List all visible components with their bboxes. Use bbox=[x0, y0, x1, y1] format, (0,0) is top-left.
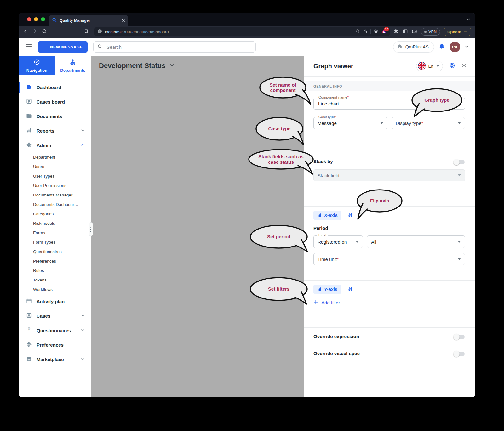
override-expression-toggle[interactable] bbox=[454, 335, 465, 339]
update-button[interactable]: Update bbox=[444, 28, 471, 36]
brave-shield-icon[interactable] bbox=[374, 29, 378, 35]
field-value: Registered on bbox=[318, 239, 347, 245]
tab-search-chevron-icon[interactable] bbox=[466, 17, 471, 23]
site-info-icon[interactable] bbox=[97, 29, 102, 35]
sidebar-subitem-user-permissions[interactable]: User Permissions bbox=[19, 181, 91, 190]
case-type-select[interactable]: Case type* Message bbox=[313, 117, 387, 129]
sidebar-subitem-riskmodels[interactable]: Riskmodels bbox=[19, 218, 91, 228]
settings-gear-icon[interactable] bbox=[449, 62, 455, 70]
sidebar-tab-navigation[interactable]: Navigation bbox=[19, 56, 55, 75]
maximize-window-button[interactable] bbox=[41, 17, 45, 21]
stack-field-select[interactable]: Stack field bbox=[313, 169, 465, 181]
zoom-search-icon[interactable] bbox=[355, 29, 360, 35]
global-search[interactable] bbox=[93, 41, 256, 53]
display-type-select[interactable]: Display type* bbox=[392, 117, 465, 129]
sidebar-toggle-icon[interactable] bbox=[403, 29, 408, 35]
new-message-button[interactable]: NEW MESSAGE bbox=[38, 41, 88, 53]
annotation-set-name-of-component: Set name of component bbox=[258, 77, 314, 105]
sidebar-item-admin[interactable]: Admin bbox=[19, 138, 91, 152]
extensions-puzzle-icon[interactable] bbox=[393, 29, 399, 35]
dropdown-arrow-icon bbox=[380, 122, 383, 124]
account-chevron-icon[interactable] bbox=[465, 44, 469, 50]
panel-title: Graph viewer bbox=[313, 63, 410, 70]
language-label: En bbox=[428, 64, 433, 69]
reload-icon[interactable] bbox=[42, 29, 47, 35]
override-visual-spec-toggle[interactable] bbox=[454, 352, 465, 356]
sidebar: Navigation Departments Dashboard Cases b… bbox=[19, 56, 91, 397]
chevron-up-icon bbox=[81, 143, 85, 148]
share-icon[interactable] bbox=[363, 29, 368, 35]
hamburger-menu-icon[interactable] bbox=[25, 43, 32, 51]
browser-window: Quality Manager localhost:3000/module/da… bbox=[19, 13, 475, 397]
cases-box-icon bbox=[26, 312, 32, 320]
annotation-set-filters: Set filters bbox=[248, 276, 311, 305]
sidebar-item-preferences[interactable]: Preferences bbox=[19, 337, 91, 352]
sidebar-resize-handle[interactable] bbox=[89, 222, 93, 236]
sidebar-subitem-documents-manager[interactable]: Documents Manager bbox=[19, 190, 91, 200]
divider bbox=[370, 29, 371, 34]
axis-bars-icon bbox=[317, 213, 322, 218]
language-selector[interactable]: En bbox=[416, 61, 443, 71]
gear-icon bbox=[26, 142, 32, 149]
sidebar-subitem-user-types[interactable]: User Types bbox=[19, 171, 91, 181]
avatar[interactable]: CK bbox=[450, 42, 460, 52]
forward-icon[interactable] bbox=[32, 28, 38, 35]
close-panel-icon[interactable] bbox=[461, 63, 467, 70]
stack-by-toggle[interactable] bbox=[454, 160, 465, 164]
minimize-window-button[interactable] bbox=[34, 17, 38, 21]
vpn-dot-icon bbox=[424, 31, 427, 33]
flip-axis-button[interactable] bbox=[347, 212, 354, 220]
time-unit-select[interactable]: Time unit* bbox=[313, 253, 465, 265]
dropdown-arrow-icon bbox=[356, 241, 359, 243]
sidebar-item-documents[interactable]: Documents bbox=[19, 109, 91, 123]
page-title: Development Status bbox=[99, 62, 166, 70]
bookmark-icon[interactable] bbox=[84, 29, 89, 35]
sidebar-item-dashboard[interactable]: Dashboard bbox=[19, 80, 91, 94]
sidebar-subitem-forms[interactable]: Forms bbox=[19, 228, 91, 237]
sidebar-subitem-tokens[interactable]: Tokens bbox=[19, 275, 91, 285]
y-axis-tab[interactable]: Y-axis bbox=[313, 285, 341, 294]
search-input[interactable] bbox=[106, 44, 252, 50]
sidebar-item-activity-plan[interactable]: Activity plan bbox=[19, 294, 91, 309]
sidebar-item-reports[interactable]: Reports bbox=[19, 123, 91, 138]
sidebar-subitem-workflows[interactable]: Workflows bbox=[19, 285, 91, 294]
sidebar-subitem-documents-dashboar[interactable]: Documents Dashboar… bbox=[19, 200, 91, 209]
sidebar-item-cases-board[interactable]: Cases board bbox=[19, 94, 91, 109]
extension-icon[interactable]: 12 bbox=[381, 29, 387, 35]
kanban-board-icon bbox=[26, 98, 32, 105]
browser-tab[interactable]: Quality Manager bbox=[49, 15, 128, 26]
sidebar-subitem-department[interactable]: Department bbox=[19, 152, 91, 162]
back-icon[interactable] bbox=[23, 28, 28, 35]
override-visual-spec-label: Override visual spec bbox=[313, 351, 360, 356]
dropdown-arrow-icon bbox=[458, 122, 461, 124]
sidebar-item-questionnaires[interactable]: ? Questionnaires bbox=[19, 323, 91, 337]
sidebar-subitem-preferences[interactable]: Preferences bbox=[19, 256, 91, 266]
sidebar-subitem-rules[interactable]: Rules bbox=[19, 266, 91, 275]
add-filter-button[interactable]: Add filter bbox=[313, 300, 340, 305]
wallet-icon[interactable] bbox=[412, 29, 417, 35]
sidebar-item-cases[interactable]: Cases bbox=[19, 309, 91, 323]
sidebar-subitem-questionnaires[interactable]: Questionnaires bbox=[19, 247, 91, 256]
period-field-select[interactable]: Field Registered on bbox=[313, 235, 363, 248]
page-title-chevron-icon[interactable] bbox=[169, 63, 175, 69]
gear-icon bbox=[26, 341, 32, 349]
sidebar-tab-departments[interactable]: Departments bbox=[55, 56, 91, 75]
notifications-bell-icon[interactable] bbox=[438, 43, 445, 51]
close-tab-icon[interactable] bbox=[122, 18, 125, 23]
period-range-select[interactable]: All bbox=[367, 235, 465, 248]
svg-text:?: ? bbox=[28, 329, 30, 332]
flip-axis-button[interactable] bbox=[347, 286, 354, 294]
x-axis-tab[interactable]: X-axis bbox=[313, 211, 341, 220]
sidebar-subitem-users[interactable]: Users bbox=[19, 162, 91, 171]
sidebar-item-marketplace[interactable]: Marketplace bbox=[19, 352, 91, 366]
new-tab-button[interactable] bbox=[133, 18, 137, 24]
calendar-icon bbox=[26, 298, 32, 305]
close-window-button[interactable] bbox=[27, 17, 31, 21]
url-bar[interactable]: localhost:3000/module/dashboard 12 bbox=[94, 27, 390, 36]
sidebar-subitem-categories[interactable]: Categories bbox=[19, 209, 91, 218]
organization-selector[interactable]: QmPlus AS bbox=[393, 41, 434, 53]
vpn-button[interactable]: VPN bbox=[421, 28, 440, 36]
sidebar-subitem-form-types[interactable]: Form Types bbox=[19, 237, 91, 247]
org-chart-icon bbox=[69, 59, 76, 66]
dropdown-arrow-icon bbox=[458, 258, 461, 260]
